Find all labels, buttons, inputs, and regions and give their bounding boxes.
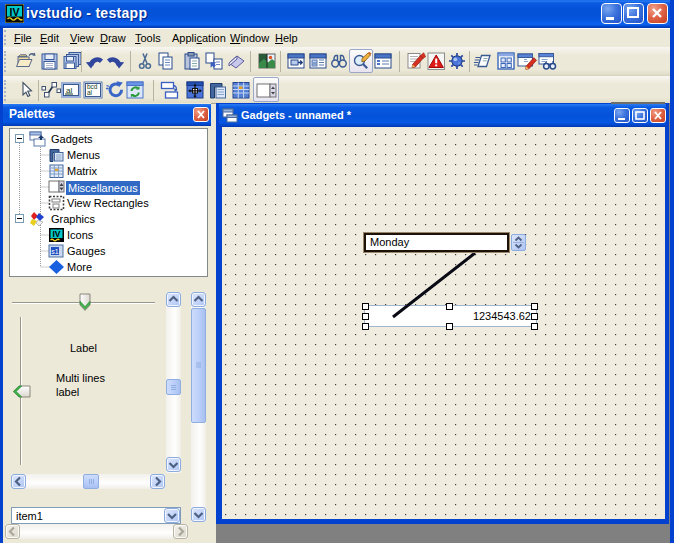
svg-text:IV: IV: [52, 229, 60, 239]
svg-text:s1: s1: [51, 248, 59, 255]
svg-text:IV: IV: [10, 6, 20, 18]
svg-text:al: al: [87, 89, 93, 96]
